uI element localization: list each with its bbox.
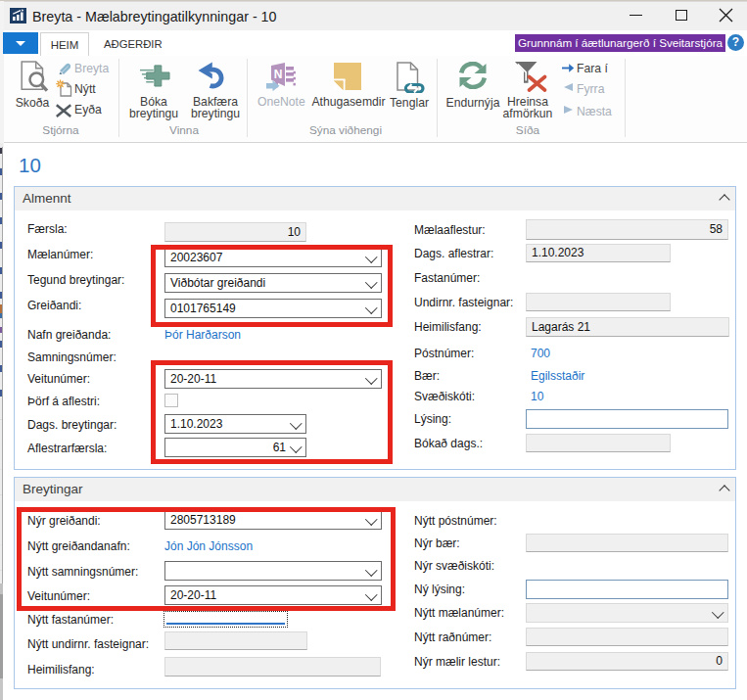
svg-text:N: N (274, 68, 283, 81)
